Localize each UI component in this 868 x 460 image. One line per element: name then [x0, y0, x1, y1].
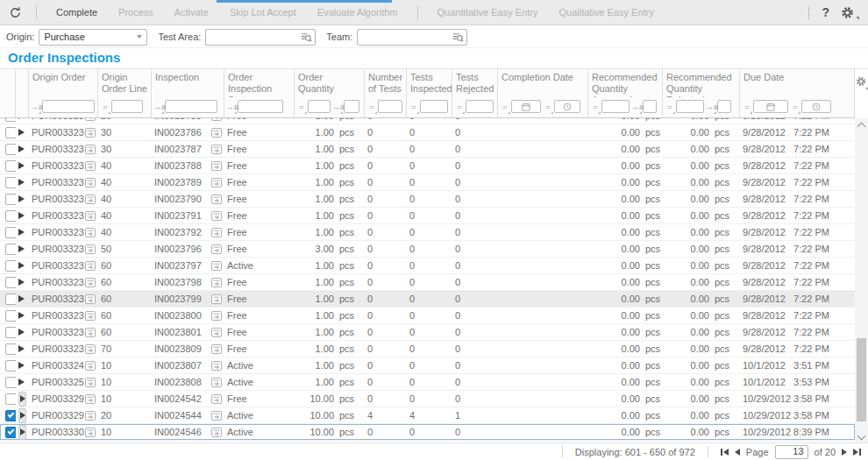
row-checkbox[interactable]: [5, 227, 16, 238]
row-checkbox[interactable]: [5, 194, 16, 205]
expand-row-icon[interactable]: [18, 312, 25, 319]
table-row[interactable]: PUR00332330IN0023786Free1.00pcs0000.00pc…: [0, 124, 855, 141]
expand-row-icon[interactable]: [18, 229, 25, 236]
edit-link-icon[interactable]: [211, 178, 222, 188]
filter-operator-icon[interactable]: =: [100, 103, 110, 111]
row-checkbox[interactable]: [5, 144, 16, 155]
column-header-comp[interactable]: Completion Date: [498, 69, 587, 97]
edit-link-icon[interactable]: [211, 244, 222, 254]
filter-input-due[interactable]: [801, 100, 831, 113]
scrollbar-thumb[interactable]: [857, 338, 866, 421]
tools-gear-icon[interactable]: [841, 6, 859, 19]
row-checkbox[interactable]: [5, 118, 16, 122]
calendar-icon[interactable]: [522, 103, 530, 111]
origin-dropdown[interactable]: Purchase: [39, 29, 147, 46]
filter-operator-icon[interactable]: →a: [31, 103, 41, 111]
edit-link-icon[interactable]: [211, 428, 222, 437]
row-checkbox[interactable]: [5, 127, 16, 138]
edit-link-icon[interactable]: [85, 178, 96, 188]
table-row[interactable]: PUR00332360IN0023799Free1.00pcs0000.00pc…: [0, 291, 855, 308]
row-checkbox[interactable]: [5, 244, 16, 255]
refresh-icon[interactable]: [9, 6, 22, 19]
edit-link-icon[interactable]: [85, 195, 96, 204]
edit-link-icon[interactable]: [211, 128, 222, 138]
scroll-down-icon[interactable]: [857, 432, 866, 441]
edit-link-icon[interactable]: [211, 278, 222, 287]
edit-link-icon[interactable]: [85, 128, 96, 138]
toolbar-overflow-dots-icon[interactable]: [808, 6, 810, 19]
filter-input-ra[interactable]: [601, 100, 630, 113]
filter-input-due[interactable]: [753, 100, 788, 113]
filter-operator-icon[interactable]: =: [366, 103, 377, 111]
team-input[interactable]: [357, 29, 467, 46]
expand-row-icon[interactable]: [18, 118, 25, 119]
next-page-button[interactable]: [842, 449, 847, 456]
filter-operator-icon[interactable]: =: [543, 103, 553, 111]
edit-link-icon[interactable]: [211, 378, 222, 387]
edit-link-icon[interactable]: [211, 311, 222, 321]
row-checkbox[interactable]: [5, 410, 16, 421]
filter-input-comp[interactable]: [554, 100, 580, 113]
previous-page-button[interactable]: [735, 449, 740, 456]
edit-link-icon[interactable]: [85, 411, 96, 421]
row-checkbox[interactable]: [5, 260, 16, 272]
edit-link-icon[interactable]: [85, 378, 96, 387]
expand-row-icon[interactable]: [18, 162, 25, 169]
filter-operator-icon[interactable]: →a: [153, 103, 164, 111]
table-row[interactable]: PUR00332360IN0023798Free1.00pcs0000.00pc…: [0, 274, 855, 291]
expand-row-icon[interactable]: [18, 329, 25, 336]
edit-link-icon[interactable]: [211, 118, 222, 121]
edit-link-icon[interactable]: [211, 394, 222, 404]
column-header-ti[interactable]: Tests Inspected: [407, 69, 452, 97]
edit-link-icon[interactable]: [85, 211, 96, 221]
column-header-line[interactable]: Origin Order Line: [98, 69, 151, 97]
table-row[interactable]: PUR00332360IN0023800Free1.00pcs0000.00pc…: [0, 308, 855, 324]
team-selector-icon[interactable]: [452, 32, 464, 43]
edit-link-icon[interactable]: [211, 361, 222, 371]
toolbar-button-qualitative-easy-entry[interactable]: Qualitative Easy Entry: [548, 7, 664, 18]
edit-link-icon[interactable]: [211, 411, 222, 421]
expand-row-icon[interactable]: [20, 428, 25, 435]
edit-link-icon[interactable]: [85, 261, 96, 271]
filter-input-comp[interactable]: [511, 100, 541, 113]
table-row[interactable]: PUR00332410IN0023807Active1.00pcs0000.00…: [0, 357, 855, 374]
row-checkbox[interactable]: [5, 294, 16, 305]
filter-input-insp[interactable]: [165, 100, 217, 113]
expand-row-icon[interactable]: [18, 345, 25, 352]
toolbar-button-evaluate-algorithm[interactable]: Evaluate Algorithm: [307, 7, 409, 18]
expand-row-button[interactable]: [18, 392, 26, 407]
filter-input-ra[interactable]: [643, 100, 657, 113]
table-row[interactable]: PUR00333010IN0024546Active10.00pcs0000.0…: [0, 424, 855, 441]
table-row[interactable]: PUR00332370IN0023809Free1.00pcs0000.00pc…: [0, 341, 855, 357]
expand-row-icon[interactable]: [18, 362, 25, 369]
filter-operator-icon[interactable]: =: [590, 103, 601, 111]
edit-link-icon[interactable]: [211, 344, 222, 354]
row-checkbox[interactable]: [5, 360, 16, 372]
filter-operator-icon[interactable]: =: [790, 103, 800, 111]
filter-operator-icon[interactable]: =: [500, 103, 510, 111]
edit-link-icon[interactable]: [85, 294, 96, 304]
expand-row-icon[interactable]: [18, 379, 25, 386]
edit-link-icon[interactable]: [85, 311, 96, 321]
edit-link-icon[interactable]: [85, 361, 96, 371]
toolbar-button-quantitative-easy-entry[interactable]: Quantitative Easy Entry: [427, 7, 549, 18]
row-checkbox[interactable]: [5, 310, 16, 322]
calendar-icon[interactable]: [766, 103, 775, 111]
expand-row-icon[interactable]: [18, 145, 25, 152]
row-checkbox[interactable]: [5, 393, 16, 405]
filter-operator-icon[interactable]: =: [742, 103, 752, 111]
table-row[interactable]: PUR00332340IN0023788Free1.00pcs0000.00pc…: [0, 158, 855, 174]
expand-row-icon[interactable]: [20, 395, 25, 402]
filter-input-nt[interactable]: [378, 100, 402, 113]
expand-row-icon[interactable]: [18, 195, 25, 202]
row-checkbox[interactable]: [5, 327, 16, 338]
table-row[interactable]: PUR00332340IN0023791Free1.00pcs0000.00pc…: [0, 208, 855, 224]
table-row[interactable]: PUR00332920IN0024544Active10.00pcs4410.0…: [0, 407, 855, 424]
table-row[interactable]: PUR00332330IN0023787Free1.00pcs0000.00pc…: [0, 141, 855, 158]
expand-row-icon[interactable]: [18, 212, 25, 219]
expand-row-icon[interactable]: [18, 262, 25, 269]
edit-link-icon[interactable]: [211, 228, 222, 237]
row-checkbox[interactable]: [5, 160, 16, 172]
last-page-button[interactable]: [853, 449, 861, 456]
column-header-nt[interactable]: Number of Tests: [365, 69, 406, 97]
